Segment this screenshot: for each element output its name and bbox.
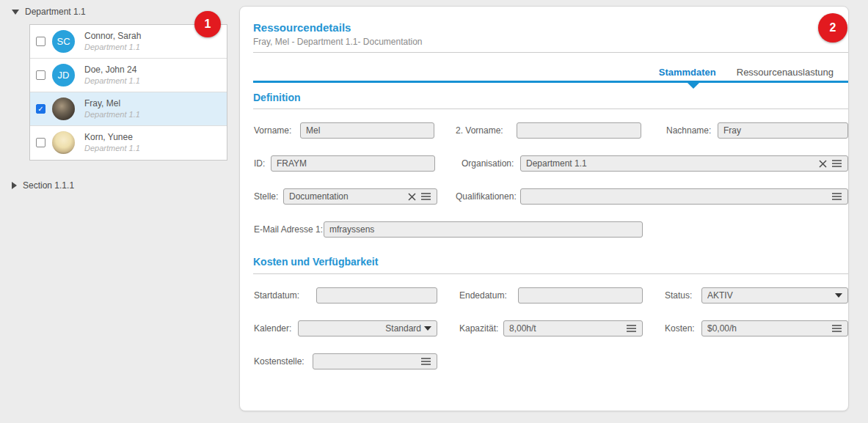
tree-node-label: Department 1.1: [25, 7, 86, 17]
kostenstelle-field[interactable]: [313, 353, 437, 369]
resource-sidebar: Department 1.1 SC Connor, Sarah Departme…: [0, 0, 239, 423]
resource-department: Department 1.1: [84, 76, 140, 85]
tree-node-section[interactable]: Section 1.1.1: [12, 180, 74, 191]
section-divider: [253, 108, 848, 109]
nachname-field[interactable]: Fray: [718, 122, 848, 139]
header-divider: [253, 52, 848, 53]
email-field[interactable]: mfrayssens: [324, 221, 643, 238]
list-picker-icon[interactable]: [626, 324, 637, 333]
section-heading-definition: Definition: [253, 92, 301, 103]
annotation-badge-2: 2: [818, 13, 847, 43]
list-item-doe-john[interactable]: JD Doe, John 24 Department 1.1: [30, 59, 227, 92]
resource-name: Connor, Sarah: [84, 31, 141, 41]
avatar: SC: [52, 30, 75, 53]
kosten-field[interactable]: $0,00/h: [701, 320, 848, 336]
organisation-value: Department 1.1: [526, 158, 815, 169]
status-value: AKTIV: [707, 290, 832, 301]
stelle-value: Documentation: [289, 191, 404, 202]
avatar-initials: SC: [56, 36, 70, 47]
id-label: ID:: [254, 155, 265, 172]
kosten-value: $0,00/h: [707, 323, 828, 334]
startdatum-field[interactable]: [316, 287, 437, 304]
nachname-value: Fray: [723, 125, 842, 136]
vorname-value: Mel: [306, 125, 428, 136]
tab-bar: Stammdaten Ressourcenauslastung: [659, 67, 834, 78]
kostenstelle-label: Kostenstelle:: [254, 353, 304, 369]
list-picker-icon[interactable]: [831, 159, 842, 168]
resource-department: Department 1.1: [84, 110, 140, 119]
organisation-label: Organisation:: [462, 155, 514, 172]
kalender-value: Standard: [304, 323, 421, 334]
collapse-arrow-icon[interactable]: [12, 10, 19, 15]
active-tab-pointer-icon: [688, 83, 699, 89]
resource-department: Department 1.1: [84, 43, 140, 51]
kapazitaet-value: 8,00h/t: [509, 323, 623, 334]
chevron-down-icon[interactable]: [424, 326, 431, 331]
clear-icon[interactable]: [407, 192, 417, 202]
kosten-label: Kosten:: [665, 320, 695, 336]
expand-arrow-icon[interactable]: [12, 182, 17, 189]
tree-node-department[interactable]: Department 1.1: [12, 7, 86, 17]
endedatum-field[interactable]: [518, 287, 643, 304]
kapazitaet-label: Kapazität:: [459, 320, 498, 336]
kapazitaet-field[interactable]: 8,00h/t: [503, 320, 643, 336]
kalender-label: Kalender:: [254, 320, 291, 336]
row-checkbox[interactable]: [36, 37, 45, 46]
startdatum-label: Startdatum:: [254, 287, 299, 304]
zweiter-vorname-label: 2. Vorname:: [456, 122, 503, 139]
resource-name: Fray, Mel: [84, 98, 120, 108]
resource-details-panel: 2 Ressourcendetails Fray, Mel - Departme…: [239, 6, 849, 411]
id-field[interactable]: FRAYM: [271, 155, 435, 172]
organisation-field[interactable]: Department 1.1: [520, 155, 848, 172]
list-picker-icon[interactable]: [831, 192, 842, 201]
resource-name: Korn, Yunee: [84, 132, 133, 142]
active-tab-underline: [253, 81, 848, 83]
id-value: FRAYM: [277, 158, 429, 169]
email-label: E-Mail Adresse 1:: [254, 221, 323, 238]
avatar-photo: [52, 131, 75, 154]
section-divider: [253, 273, 848, 274]
vorname-label: Vorname:: [254, 122, 291, 139]
resource-department: Department 1.1: [84, 144, 140, 152]
tree-node-label: Section 1.1.1: [23, 180, 74, 191]
stelle-label: Stelle:: [254, 188, 278, 205]
stelle-field[interactable]: Documentation: [283, 188, 437, 205]
resource-name: Doe, John 24: [84, 65, 136, 75]
kalender-select[interactable]: Standard: [298, 320, 437, 336]
qualifikationen-label: Qualifikationen:: [456, 188, 517, 205]
breadcrumb: Fray, Mel - Department 1.1- Documentatio…: [253, 37, 423, 47]
zweiter-vorname-field[interactable]: [517, 122, 641, 139]
status-select[interactable]: AKTIV: [701, 287, 848, 304]
nachname-label: Nachname:: [666, 122, 711, 139]
qualifikationen-field[interactable]: [520, 188, 848, 205]
list-item-fray-mel[interactable]: ✓ Fray, Mel Department 1.1: [30, 92, 227, 126]
tab-stammdaten[interactable]: Stammdaten: [659, 67, 716, 78]
avatar-photo: [52, 98, 75, 120]
row-checkbox[interactable]: [36, 138, 45, 147]
list-picker-icon[interactable]: [420, 357, 431, 366]
clear-icon[interactable]: [818, 159, 828, 169]
row-checkbox-checked[interactable]: ✓: [36, 104, 45, 114]
email-value: mfrayssens: [329, 224, 637, 235]
vorname-field[interactable]: Mel: [300, 122, 434, 139]
tab-ressourcenauslastung[interactable]: Ressourcenauslastung: [737, 67, 834, 78]
status-label: Status:: [665, 287, 692, 304]
list-item-korn-yunee[interactable]: Korn, Yunee Department 1.1: [30, 126, 227, 160]
chevron-down-icon[interactable]: [835, 293, 842, 298]
row-checkbox[interactable]: [36, 70, 45, 80]
endedatum-label: Endedatum:: [459, 287, 507, 304]
resource-list: SC Connor, Sarah Department 1.1 JD Doe, …: [29, 24, 227, 161]
list-picker-icon[interactable]: [831, 324, 842, 333]
section-heading-kosten: Kosten und Verfügbarkeit: [253, 256, 378, 268]
avatar-initials: JD: [58, 70, 70, 81]
page-title: Ressourcendetails: [253, 21, 351, 34]
list-picker-icon[interactable]: [420, 192, 431, 201]
avatar: JD: [52, 64, 75, 87]
annotation-badge-1: 1: [194, 11, 221, 37]
